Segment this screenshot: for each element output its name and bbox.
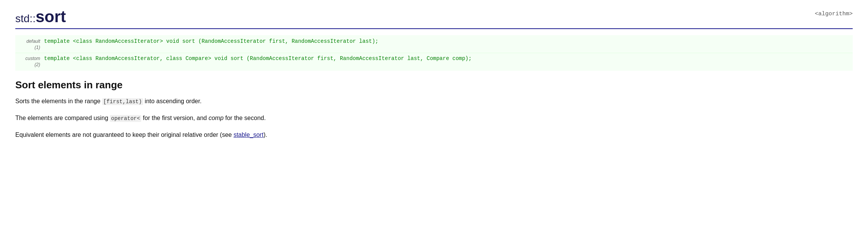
tag-default-line1: default [26, 39, 40, 44]
title-prefix: std:: [15, 13, 36, 24]
para2-text1: The elements are compared using [15, 115, 110, 121]
section-heading: Sort elements in range [15, 79, 853, 91]
tag-default: default (1) [15, 39, 44, 50]
para2-text3: for the second. [224, 115, 266, 121]
title-main: sort [36, 8, 66, 26]
header-tag: <algorithm> [815, 8, 853, 17]
page-title: std::sort [15, 8, 66, 26]
paragraph-2: The elements are compared using operator… [15, 113, 853, 123]
para3-text1: Equivalent elements are not guaranteed t… [15, 131, 233, 138]
para2-text2: for the first version, and [141, 115, 209, 121]
para1-text2: into ascending order. [143, 98, 202, 104]
header-area: std::sort <algorithm> [15, 8, 853, 26]
tag-custom-line1: custom [25, 56, 40, 61]
tag-default-line2: (1) [34, 45, 40, 50]
code-block: default (1) template <class RandomAccess… [15, 35, 853, 71]
para1-code1: [first,last) [102, 98, 143, 105]
code-row-custom: custom (2) template <class RandomAccessI… [15, 53, 853, 70]
code-custom-text: template <class RandomAccessIterator, cl… [44, 55, 472, 62]
para2-code1: operator< [110, 115, 141, 122]
code-row-default: default (1) template <class RandomAccess… [15, 36, 853, 53]
paragraph-3: Equivalent elements are not guaranteed t… [15, 130, 853, 140]
tag-custom: custom (2) [15, 56, 44, 68]
page-wrapper: std::sort <algorithm> default (1) templa… [15, 8, 853, 140]
para1-text1: Sorts the elements in the range [15, 98, 102, 104]
title-divider [15, 28, 853, 29]
tag-custom-line2: (2) [34, 62, 40, 67]
code-default-text: template <class RandomAccessIterator> vo… [44, 38, 379, 44]
para2-italic1: comp [209, 115, 224, 121]
para3-text2: ). [263, 131, 267, 138]
paragraph-1: Sorts the elements in the range [first,l… [15, 96, 853, 106]
stable-sort-link[interactable]: stable_sort [233, 131, 263, 138]
